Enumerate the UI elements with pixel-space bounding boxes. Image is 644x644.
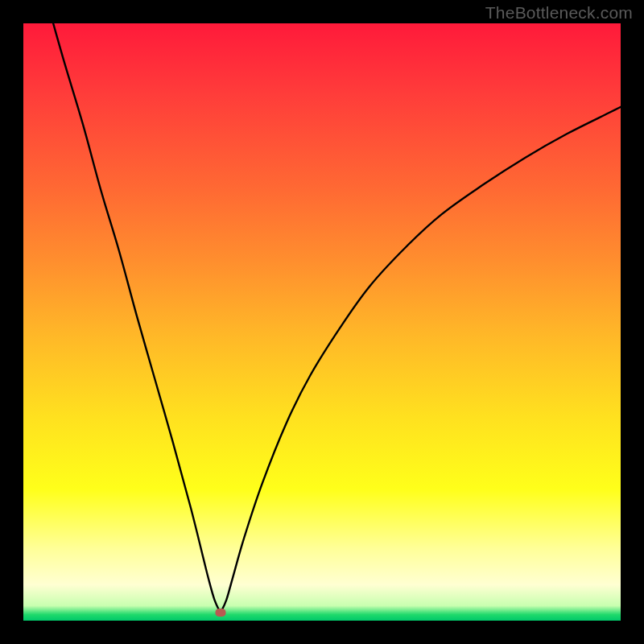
- plot-area: [23, 23, 621, 621]
- bottleneck-curve: [53, 23, 621, 615]
- watermark-text: TheBottleneck.com: [485, 3, 633, 23]
- curve-svg: [23, 23, 621, 621]
- optimum-marker: [215, 609, 225, 617]
- chart-frame: TheBottleneck.com: [0, 0, 644, 644]
